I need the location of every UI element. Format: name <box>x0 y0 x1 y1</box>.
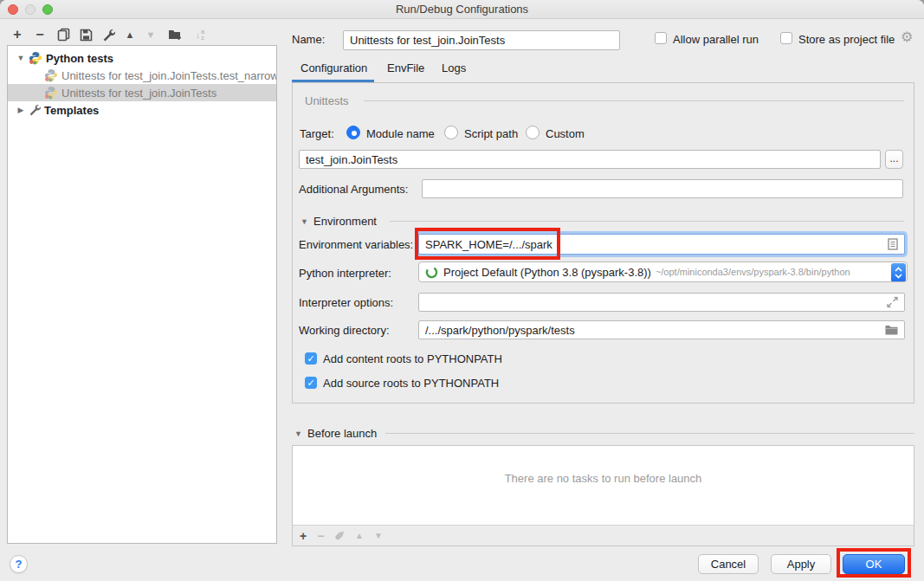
save-icon <box>80 29 93 42</box>
move-down-button: ▼ <box>144 27 158 42</box>
additional-arguments-label: Additional Arguments: <box>299 183 408 196</box>
tree-node-unittests-jointests[interactable]: ▼ Unittests for test_join.JoinTests <box>8 84 276 101</box>
minus-icon: − <box>36 27 43 42</box>
environment-variables-input[interactable]: SPARK_HOME=/.../spark <box>418 234 905 255</box>
conda-environment-icon <box>425 266 438 279</box>
name-input[interactable]: Unittests for test_join.JoinTests <box>343 30 620 50</box>
copy-configuration-button[interactable] <box>55 27 71 42</box>
radio-custom[interactable] <box>526 126 540 139</box>
plus-icon: + <box>13 27 21 42</box>
tree-node-unittests-test-narrow[interactable]: ▼ Unittests for test_join.JoinTests.test… <box>8 67 276 84</box>
move-task-down-icon: ▼ <box>374 530 383 542</box>
name-label: Name: <box>292 33 325 46</box>
folder-browse-icon[interactable] <box>885 325 898 335</box>
allow-parallel-run-label: Allow parallel run <box>673 33 759 46</box>
python-tests-icon <box>29 51 42 65</box>
tree-node-python-tests[interactable]: ▼ Python tests <box>8 49 276 67</box>
move-up-button[interactable]: ▲ <box>123 27 137 42</box>
interpreter-path: ~/opt/miniconda3/envs/pyspark-3.8/bin/py… <box>656 267 850 277</box>
copy-icon <box>57 28 70 42</box>
radio-module-name-label: Module name <box>366 127 435 140</box>
sort-configurations-button: ↓ az <box>191 27 210 42</box>
add-task-button[interactable]: + <box>300 530 307 542</box>
browse-module-button[interactable]: ... <box>885 150 903 169</box>
tab-logs[interactable]: Logs <box>442 61 466 74</box>
add-content-roots-label: Add content roots to PYTHONPATH <box>323 352 502 365</box>
target-label: Target: <box>300 127 334 140</box>
store-as-project-file-checkbox[interactable] <box>780 32 792 44</box>
radio-script-path[interactable] <box>444 126 458 139</box>
titlebar: Run/Debug Configurations <box>0 0 924 19</box>
before-launch-label: Before launch <box>307 427 377 440</box>
radio-module-name[interactable] <box>346 126 360 139</box>
sort-alphabetically-icon: ↓ az <box>196 27 204 42</box>
configurations-tree: ▼ Python tests ▼ Unittests for test_join… <box>7 45 277 544</box>
add-configuration-button[interactable]: + <box>10 27 24 42</box>
environment-group-label: Environment <box>313 215 377 228</box>
environment-collapse-icon[interactable]: ▼ <box>300 217 308 226</box>
tree-node-label: Unittests for test_join.JoinTests.test_n… <box>61 69 276 82</box>
expanded-twistie-icon[interactable]: ▼ <box>16 54 25 62</box>
interpreter-options-input[interactable] <box>418 293 905 312</box>
before-launch-toolbar: + − ✐ ▲ ▼ <box>293 525 914 545</box>
working-directory-input[interactable]: /.../spark/python/pyspark/tests <box>418 320 905 339</box>
run-debug-configurations-window: Run/Debug Configurations + − ▲ ▼ ↓ az <box>0 0 924 581</box>
folder-plus-icon <box>168 29 183 41</box>
help-button[interactable]: ? <box>10 555 28 573</box>
tree-node-label: Unittests for test_join.JoinTests <box>61 87 216 100</box>
remove-task-button: − <box>317 530 324 542</box>
zoom-button[interactable] <box>42 4 53 15</box>
additional-arguments-input[interactable] <box>422 179 903 198</box>
tree-node-templates[interactable]: ▶ Templates <box>8 101 276 119</box>
tab-configuration[interactable]: Configuration <box>300 61 367 74</box>
before-launch-collapse-icon[interactable]: ▼ <box>294 429 302 438</box>
before-launch-separator <box>385 433 914 434</box>
env-vars-browse-icon[interactable] <box>888 238 898 250</box>
move-down-icon: ▼ <box>146 27 156 42</box>
environment-variables-label: Environment variables: <box>299 238 413 251</box>
cancel-button[interactable]: Cancel <box>698 554 759 574</box>
dropdown-stepper-icon[interactable] <box>891 263 906 282</box>
python-test-config-icon <box>44 86 58 100</box>
tab-envfile[interactable]: EnvFile <box>387 61 424 74</box>
radio-script-path-label: Script path <box>464 127 518 140</box>
python-interpreter-dropdown[interactable]: Project Default (Python 3.8 (pyspark-3.8… <box>418 261 908 282</box>
unittests-group-separator <box>364 100 904 101</box>
radio-custom-label: Custom <box>546 127 585 140</box>
allow-parallel-run-checkbox[interactable] <box>655 32 667 44</box>
ok-button[interactable]: OK <box>843 554 905 574</box>
store-options-gear-icon[interactable]: ⚙ <box>901 29 913 45</box>
tree-node-label: Python tests <box>46 52 113 65</box>
add-source-roots-label: Add source roots to PYTHONPATH <box>323 377 499 390</box>
interpreter-options-label: Interpreter options: <box>299 296 393 309</box>
add-source-roots-checkbox[interactable]: ✓ <box>305 377 317 389</box>
before-launch-empty-text: There are no tasks to run before launch <box>293 472 914 485</box>
create-folder-button[interactable] <box>166 27 184 42</box>
collapsed-twistie-icon[interactable]: ▶ <box>16 106 25 114</box>
move-task-up-icon: ▲ <box>355 530 364 542</box>
wrench-icon <box>102 29 115 42</box>
minimize-button <box>25 4 36 15</box>
store-as-project-file-label: Store as project file <box>798 33 895 46</box>
remove-configuration-button[interactable]: − <box>33 27 47 42</box>
expand-field-icon[interactable] <box>887 297 898 308</box>
unittests-group-label: Unittests <box>305 94 349 107</box>
working-directory-label: Working directory: <box>299 324 390 337</box>
move-up-icon: ▲ <box>126 27 135 42</box>
close-button[interactable] <box>8 4 18 15</box>
python-test-config-icon <box>44 68 58 82</box>
module-name-input[interactable]: test_join.JoinTests <box>299 150 881 169</box>
apply-button[interactable]: Apply <box>771 554 831 574</box>
templates-wrench-icon <box>29 104 41 116</box>
python-interpreter-label: Python interpreter: <box>299 267 391 280</box>
add-content-roots-checkbox[interactable]: ✓ <box>305 352 317 365</box>
before-launch-panel: There are no tasks to run before launch … <box>292 445 914 546</box>
edit-task-pencil-icon: ✐ <box>334 530 345 542</box>
save-configuration-button[interactable] <box>78 27 94 42</box>
tree-node-label: Templates <box>44 104 99 117</box>
environment-group-separator <box>390 221 904 222</box>
edit-templates-button[interactable] <box>100 27 116 42</box>
window-title: Run/Debug Configurations <box>0 0 924 18</box>
